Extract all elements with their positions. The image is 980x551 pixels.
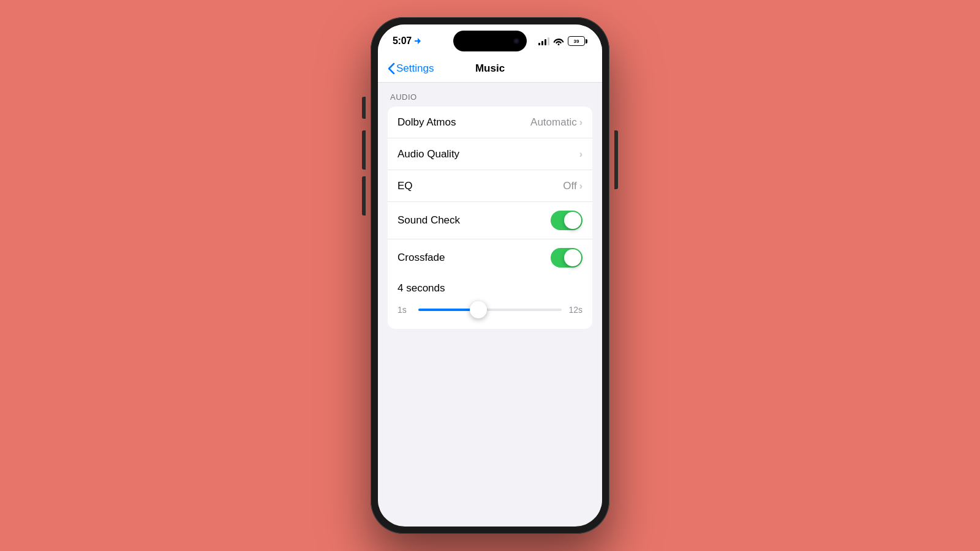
dolby-atmos-row[interactable]: Dolby Atmos Automatic ›	[388, 107, 592, 138]
crossfade-toggle[interactable]	[551, 248, 582, 268]
eq-label: EQ	[398, 180, 413, 192]
audio-quality-label: Audio Quality	[398, 148, 459, 160]
sound-check-label: Sound Check	[398, 214, 460, 227]
sound-check-toggle-thumb	[564, 212, 581, 229]
slider-max-label: 12s	[568, 305, 582, 315]
battery-icon: 39	[568, 36, 587, 46]
wifi-icon	[553, 37, 564, 45]
time-display: 5:07	[393, 36, 412, 47]
section-header-audio: AUDIO	[378, 83, 602, 107]
power-button	[614, 130, 618, 189]
eq-value-text: Off	[563, 180, 576, 192]
back-label: Settings	[396, 62, 434, 75]
status-time: 5:07	[393, 36, 421, 47]
crossfade-slider-container: 4 seconds 1s 12s	[388, 276, 592, 329]
signal-icon	[538, 37, 549, 45]
battery-percent: 39	[574, 39, 579, 44]
slider-min-label: 1s	[398, 305, 412, 315]
eq-value: Off ›	[563, 180, 582, 192]
dolby-atmos-value-text: Automatic	[530, 116, 577, 129]
camera-indicator	[513, 38, 519, 44]
dynamic-island	[453, 31, 527, 51]
volume-up-button	[362, 130, 366, 170]
settings-content: AUDIO Dolby Atmos Automatic › Audio Qual…	[378, 83, 602, 517]
status-bar: 5:07	[378, 24, 602, 58]
audio-quality-value: ›	[579, 149, 582, 160]
crossfade-toggle-thumb	[564, 249, 581, 266]
battery-display: 39	[568, 36, 585, 46]
audio-quality-row[interactable]: Audio Quality ›	[388, 138, 592, 170]
audio-quality-chevron-icon: ›	[579, 149, 582, 160]
crossfade-slider[interactable]	[418, 299, 562, 320]
phone-screen: 5:07	[378, 24, 602, 527]
battery-tip	[586, 39, 587, 43]
signal-bar-1	[538, 43, 540, 45]
slider-track-row: 1s 12s	[398, 299, 582, 320]
eq-row[interactable]: EQ Off ›	[388, 170, 592, 202]
slider-thumb[interactable]	[470, 301, 487, 318]
eq-chevron-icon: ›	[579, 181, 582, 192]
volume-down-button	[362, 176, 366, 216]
sound-check-toggle[interactable]	[551, 211, 582, 230]
back-button[interactable]: Settings	[388, 62, 434, 75]
mute-button	[362, 97, 366, 119]
crossfade-label: Crossfade	[398, 252, 445, 264]
dolby-atmos-chevron-icon: ›	[579, 117, 582, 128]
signal-bar-3	[545, 39, 546, 45]
slider-track	[418, 309, 562, 311]
sound-check-row: Sound Check	[388, 202, 592, 239]
dolby-atmos-value: Automatic ›	[530, 116, 582, 129]
audio-settings-group: Dolby Atmos Automatic › Audio Quality › …	[388, 107, 592, 329]
back-chevron-icon	[388, 62, 395, 75]
phone-frame: 5:07	[371, 17, 609, 534]
crossfade-row: Crossfade	[388, 239, 592, 276]
location-icon	[414, 37, 421, 45]
signal-bar-4	[548, 37, 549, 45]
page-title: Music	[475, 62, 505, 75]
dolby-atmos-label: Dolby Atmos	[398, 116, 456, 129]
status-indicators: 39	[538, 36, 587, 46]
signal-bar-2	[541, 41, 543, 45]
navigation-bar: Settings Music	[378, 58, 602, 83]
crossfade-seconds-label: 4 seconds	[398, 282, 582, 294]
